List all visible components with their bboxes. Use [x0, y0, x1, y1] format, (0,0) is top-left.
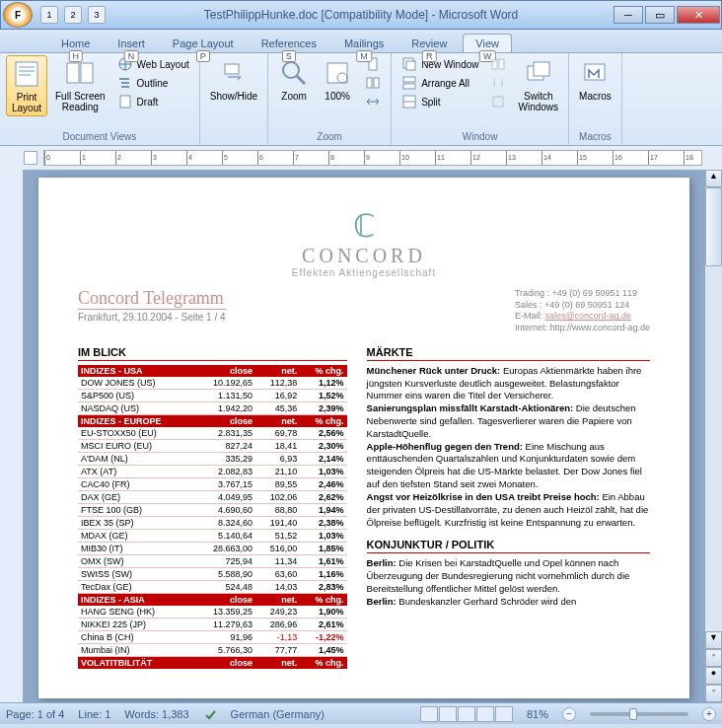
zoom-100-button[interactable]: 100% — [318, 55, 357, 104]
group-document-views: PrintLayout Full ScreenReading Web Layou… — [0, 53, 200, 145]
group-macros: Macros Macros — [569, 53, 622, 145]
qat-save[interactable]: 1 — [40, 6, 58, 24]
tab-view[interactable]: ViewW — [463, 34, 512, 52]
next-page-button[interactable]: ◦ — [705, 685, 722, 702]
tab-references[interactable]: ReferencesS — [250, 35, 328, 52]
tab-review[interactable]: ReviewR — [399, 35, 459, 52]
svg-rect-29 — [534, 62, 549, 76]
svg-rect-25 — [492, 59, 497, 69]
sync-scroll-button — [486, 74, 510, 92]
document-title: Concord Telegramm — [78, 288, 226, 310]
document-area: ℂ CONCORD Effekten Aktiengesellschaft Co… — [0, 170, 722, 702]
vertical-ruler[interactable] — [0, 170, 24, 702]
zoom-slider-thumb[interactable] — [629, 708, 637, 720]
horizontal-ruler[interactable]: 0123456789101112131415161718 — [43, 150, 702, 166]
arrange-all-button[interactable]: Arrange All — [397, 74, 482, 92]
document-subtitle: Frankfurt, 29.10.2004 - Seite 1 / 4 — [78, 312, 226, 323]
scroll-thumb[interactable] — [705, 187, 722, 266]
svg-rect-7 — [119, 78, 129, 80]
scroll-up-button[interactable]: ▲ — [705, 170, 722, 187]
tab-mailings[interactable]: MailingsM — [332, 35, 396, 52]
view-side-button — [486, 55, 510, 73]
split-button[interactable]: Split — [397, 93, 482, 110]
switch-windows-icon — [523, 57, 554, 89]
view-print-layout[interactable] — [420, 706, 438, 722]
view-buttons — [420, 706, 513, 722]
switch-windows-button[interactable]: SwitchWindows — [514, 55, 562, 114]
tab-key: N — [124, 50, 139, 62]
new-window-button[interactable]: New Window — [397, 55, 482, 73]
show-hide-icon — [218, 57, 250, 89]
two-pages-button[interactable] — [361, 74, 385, 92]
draft-button[interactable]: Draft — [113, 93, 193, 110]
svg-rect-20 — [406, 61, 415, 70]
view-outline[interactable] — [476, 706, 494, 722]
svg-rect-30 — [585, 64, 605, 80]
split-icon — [401, 94, 417, 109]
show-hide-button[interactable]: Show/Hide — [206, 55, 261, 104]
full-screen-reading-button[interactable]: Full ScreenReading — [51, 55, 109, 114]
prev-page-button[interactable]: ◦ — [705, 649, 722, 667]
logo-mark: ℂ — [78, 207, 650, 245]
page-width-button[interactable] — [361, 93, 385, 110]
scroll-down-button[interactable]: ▼ — [705, 631, 722, 649]
zoom-level[interactable]: 81% — [527, 708, 548, 720]
zoom-in-button[interactable]: + — [702, 707, 716, 721]
zoom-button[interactable]: Zoom — [274, 55, 314, 104]
status-proofing-icon[interactable] — [203, 707, 217, 721]
table-row: SWISS (SW)5.588,9063,601,16% — [78, 567, 347, 580]
view-web-layout[interactable] — [458, 706, 475, 722]
group-window: New Window Arrange All Split SwitchWindo… — [392, 53, 569, 145]
close-button[interactable]: ✕ — [677, 6, 720, 24]
tab-insert[interactable]: InsertN — [106, 35, 157, 52]
svg-rect-3 — [19, 74, 31, 76]
qat-undo[interactable]: 2 — [64, 6, 82, 24]
minimize-button[interactable]: ─ — [614, 6, 643, 24]
table-row: CAC40 (FR)3.767,1589,552,46% — [78, 477, 347, 490]
table-row: DAX (GE)4.049,95102,062,62% — [78, 490, 347, 503]
ribbon-tabs: HomeHInsertNPage LayoutPReferencesSMaili… — [0, 30, 722, 53]
office-button[interactable]: F — [3, 2, 33, 28]
vertical-scrollbar[interactable]: ▲ ▼ ◦ ● ◦ — [704, 170, 722, 702]
zoom-slider[interactable] — [590, 712, 688, 716]
view-full-screen[interactable] — [439, 706, 457, 722]
svg-point-12 — [283, 62, 299, 78]
print-layout-button[interactable]: PrintLayout — [6, 55, 47, 116]
qat-redo[interactable]: 3 — [88, 6, 106, 24]
status-language[interactable]: German (Germany) — [231, 708, 325, 720]
svg-rect-1 — [19, 66, 35, 68]
tab-page-layout[interactable]: Page LayoutP — [161, 35, 246, 52]
new-window-icon — [401, 56, 417, 72]
table-row: MDAX (GE)5.140,6451,521,03% — [78, 529, 347, 542]
browse-object-button[interactable]: ● — [705, 667, 722, 685]
window-title: TestPhilippHunke.doc [Compatibility Mode… — [204, 8, 519, 22]
status-page[interactable]: Page: 1 of 4 — [6, 708, 64, 720]
svg-rect-22 — [403, 84, 415, 89]
status-words[interactable]: Words: 1,383 — [124, 708, 188, 720]
reset-pos-button — [486, 93, 510, 110]
tab-selector[interactable] — [24, 151, 37, 165]
ribbon: PrintLayout Full ScreenReading Web Layou… — [0, 53, 722, 146]
status-line[interactable]: Line: 1 — [78, 708, 110, 720]
maximize-button[interactable]: ▭ — [645, 6, 675, 24]
office-key: F — [15, 10, 21, 21]
outline-button[interactable]: Outline — [113, 74, 193, 92]
table-row: Mumbai (IN)5.766,3077,771,45% — [78, 643, 347, 656]
zoom-out-button[interactable]: − — [562, 707, 576, 721]
svg-rect-8 — [121, 82, 129, 84]
macros-button[interactable]: Macros — [575, 55, 615, 104]
table-row: OMX (SW)725,9411,341,61% — [78, 554, 347, 567]
page-container[interactable]: ℂ CONCORD Effekten Aktiengesellschaft Co… — [24, 170, 704, 702]
svg-rect-2 — [19, 70, 35, 72]
tab-key: H — [68, 50, 83, 62]
horizontal-ruler-area: 0123456789101112131415161718 — [0, 146, 722, 170]
tab-home[interactable]: HomeH — [49, 35, 102, 52]
svg-rect-18 — [374, 78, 379, 88]
svg-rect-4 — [67, 63, 79, 83]
tab-key: S — [282, 50, 296, 62]
two-pages-icon — [365, 75, 381, 91]
scroll-track[interactable] — [705, 187, 722, 631]
arrange-icon — [401, 75, 417, 91]
view-draft[interactable] — [495, 706, 513, 722]
table-row: A'DAM (NL)335,296,932,14% — [78, 452, 347, 465]
